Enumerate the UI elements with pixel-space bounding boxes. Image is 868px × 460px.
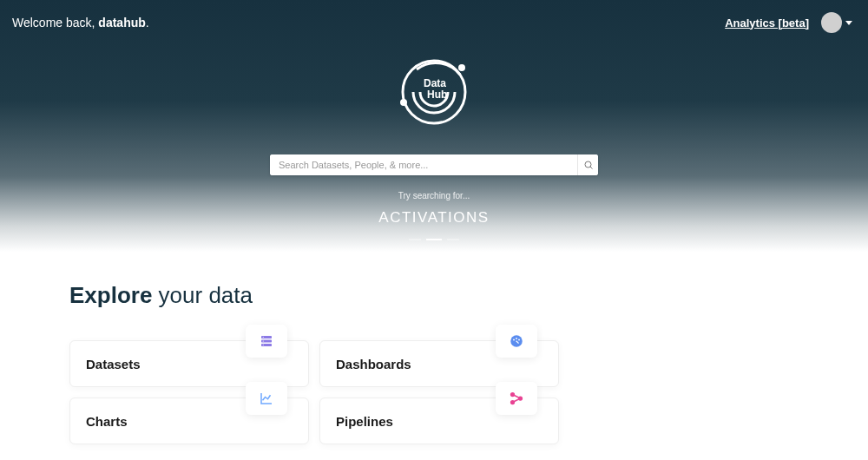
hero-banner: Welcome back, datahub. Analytics [beta] …: [0, 0, 868, 252]
svg-line-21: [514, 399, 519, 402]
card-charts[interactable]: Charts: [69, 398, 309, 444]
svg-text:Data: Data: [424, 77, 446, 89]
card-datasets[interactable]: Datasets: [69, 340, 309, 387]
svg-point-5: [585, 161, 591, 168]
search-box: [270, 154, 598, 175]
search-input[interactable]: [270, 154, 577, 175]
svg-point-1: [458, 64, 465, 71]
charts-icon: [246, 382, 287, 415]
carousel-dot[interactable]: [447, 239, 459, 240]
card-title: Pipelines: [336, 414, 393, 429]
try-searching-label: Try searching for...: [0, 191, 868, 200]
pipelines-icon: [496, 382, 537, 415]
welcome-suffix: .: [146, 16, 149, 30]
svg-point-12: [263, 345, 264, 345]
avatar-icon: [821, 12, 842, 33]
welcome-message: Welcome back, datahub.: [12, 16, 149, 30]
svg-text:Hub: Hub: [427, 89, 447, 101]
search-container: [0, 154, 868, 175]
entity-cards: Datasets Dashboards Chart: [69, 340, 799, 444]
dashboards-icon: [496, 325, 537, 358]
svg-point-14: [513, 339, 515, 341]
card-dashboards[interactable]: Dashboards: [319, 340, 559, 387]
datasets-icon: [246, 325, 287, 358]
logo-container: Data Hub: [0, 49, 868, 135]
suggestion-term[interactable]: ACTIVATIONS: [0, 209, 868, 227]
svg-point-16: [518, 339, 520, 341]
analytics-link[interactable]: Analytics [beta]: [725, 16, 809, 30]
main-content: Explore your data Datasets: [0, 252, 868, 444]
search-button[interactable]: [577, 154, 598, 175]
carousel-dots: [0, 239, 868, 240]
card-title: Dashboards: [336, 357, 411, 371]
explore-heading: Explore your data: [69, 282, 799, 309]
svg-point-2: [400, 99, 407, 106]
user-menu[interactable]: [821, 12, 852, 33]
search-suggestion-area: Try searching for... ACTIVATIONS: [0, 191, 868, 240]
carousel-dot-active[interactable]: [426, 239, 442, 240]
chevron-down-icon: [845, 21, 852, 25]
topbar: Welcome back, datahub. Analytics [beta]: [0, 0, 868, 33]
card-title: Datasets: [86, 357, 141, 371]
svg-point-10: [263, 337, 264, 338]
card-pipelines[interactable]: Pipelines: [319, 398, 559, 444]
search-icon: [583, 160, 594, 170]
explore-bold: Explore: [69, 282, 152, 308]
svg-point-15: [516, 338, 517, 339]
svg-line-20: [514, 395, 519, 398]
svg-line-6: [590, 167, 593, 169]
welcome-prefix: Welcome back,: [12, 16, 98, 30]
topbar-right: Analytics [beta]: [725, 12, 852, 33]
datahub-logo-icon: Data Hub: [391, 49, 477, 135]
carousel-dot[interactable]: [409, 239, 421, 240]
card-title: Charts: [86, 414, 128, 429]
welcome-username: datahub: [98, 16, 145, 30]
explore-light: your data: [152, 282, 253, 308]
svg-point-11: [263, 340, 264, 341]
